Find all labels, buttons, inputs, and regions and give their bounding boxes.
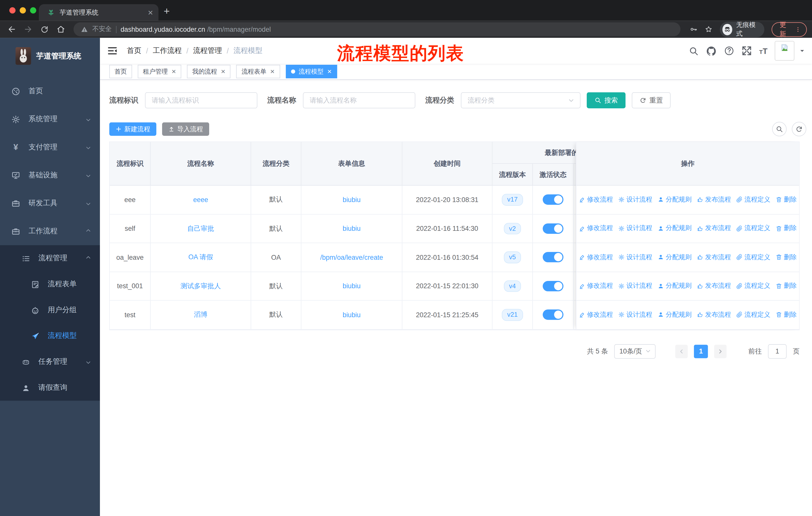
- minimize-window-button[interactable]: [20, 7, 26, 13]
- url-bar[interactable]: 不安全 dashboard.yudao.iocoder.cn/bpm/manag…: [74, 22, 680, 36]
- action-publish-link[interactable]: 发布流程: [697, 282, 731, 291]
- new-tab-button[interactable]: +: [164, 5, 170, 17]
- font-size-icon[interactable]: TT: [759, 46, 767, 55]
- reload-button[interactable]: [38, 22, 51, 36]
- version-badge[interactable]: v17: [502, 194, 523, 205]
- active-status-toggle[interactable]: [543, 223, 563, 234]
- view-tab-item[interactable]: 租户管理✕: [138, 65, 181, 78]
- tab-close-icon[interactable]: ✕: [148, 8, 153, 17]
- action-design-link[interactable]: 设计流程: [618, 310, 652, 319]
- active-status-toggle[interactable]: [543, 194, 563, 205]
- action-definition-link[interactable]: 流程定义: [736, 310, 771, 319]
- breadcrumb-item[interactable]: 首页: [127, 46, 141, 55]
- cell-form-info-link[interactable]: /bpm/oa/leave/create: [320, 253, 383, 261]
- toggle-search-button[interactable]: [772, 122, 787, 136]
- next-page-button[interactable]: [714, 345, 726, 358]
- active-status-toggle[interactable]: [543, 310, 563, 320]
- action-delete-link[interactable]: 删除: [776, 253, 796, 262]
- action-assign-rule-link[interactable]: 分配规则: [658, 195, 692, 204]
- breadcrumb-item[interactable]: 流程管理: [193, 46, 222, 55]
- tab-close-icon[interactable]: ✕: [270, 68, 275, 75]
- action-design-link[interactable]: 设计流程: [618, 224, 652, 233]
- version-badge[interactable]: v2: [504, 223, 521, 234]
- search-button[interactable]: 搜索: [587, 92, 626, 108]
- cell-form-info-link[interactable]: biubiu: [343, 196, 360, 203]
- action-delete-link[interactable]: 删除: [776, 310, 796, 319]
- github-icon[interactable]: [706, 45, 717, 56]
- sidebar-item-yen[interactable]: ¥支付管理: [0, 133, 100, 161]
- sidebar-item-monitor[interactable]: 基础设施: [0, 161, 100, 189]
- active-status-toggle[interactable]: [543, 281, 563, 291]
- version-badge[interactable]: v21: [502, 309, 523, 321]
- browser-menu-icon[interactable]: [795, 26, 801, 33]
- key-icon[interactable]: [690, 25, 697, 34]
- tab-close-icon[interactable]: ✕: [221, 68, 226, 75]
- search-icon[interactable]: [689, 46, 699, 56]
- action-assign-rule-link[interactable]: 分配规则: [658, 253, 692, 262]
- browser-tab[interactable]: 芋道管理系统 ✕: [39, 4, 158, 21]
- action-delete-link[interactable]: 删除: [776, 224, 796, 233]
- active-status-toggle[interactable]: [543, 252, 563, 262]
- action-publish-link[interactable]: 发布流程: [697, 253, 731, 262]
- action-definition-link[interactable]: 流程定义: [736, 224, 771, 233]
- page-size-select[interactable]: 10条/页: [614, 344, 656, 358]
- action-delete-link[interactable]: 删除: [776, 282, 796, 291]
- action-assign-rule-link[interactable]: 分配规则: [658, 224, 692, 233]
- sidebar-item-dashboard[interactable]: 首页: [0, 77, 100, 105]
- action-definition-link[interactable]: 流程定义: [736, 282, 771, 291]
- cell-process-name-link[interactable]: eeee: [193, 196, 208, 203]
- cell-form-info-link[interactable]: biubiu: [343, 282, 360, 290]
- action-edit-link[interactable]: 修改流程: [579, 253, 613, 262]
- hamburger-icon[interactable]: [107, 46, 118, 56]
- cell-form-info-link[interactable]: biubiu: [343, 224, 360, 232]
- view-tab-item[interactable]: 首页: [109, 65, 132, 78]
- home-button[interactable]: [54, 22, 67, 36]
- help-icon[interactable]: [724, 46, 734, 56]
- breadcrumb-item[interactable]: 工作流程: [153, 46, 182, 55]
- sidebar-item-person[interactable]: 请假查询: [0, 375, 100, 401]
- page-number-1[interactable]: 1: [694, 345, 708, 358]
- sidebar-item-group[interactable]: 用户分组: [0, 297, 100, 323]
- filter-name-input[interactable]: [303, 92, 415, 108]
- prev-page-button[interactable]: [675, 345, 688, 358]
- filter-category-select[interactable]: 流程分类: [461, 92, 580, 108]
- view-tab-active[interactable]: 流程模型✕: [286, 65, 337, 78]
- version-badge[interactable]: v5: [504, 251, 521, 263]
- maximize-window-button[interactable]: [30, 7, 36, 13]
- action-edit-link[interactable]: 修改流程: [579, 282, 613, 291]
- action-assign-rule-link[interactable]: 分配规则: [658, 282, 692, 291]
- avatar[interactable]: [775, 41, 794, 61]
- back-button[interactable]: [5, 22, 19, 36]
- sidebar-item-send[interactable]: 流程模型: [0, 323, 100, 349]
- fullscreen-icon[interactable]: [742, 46, 752, 56]
- cell-form-info-link[interactable]: biubiu: [343, 311, 360, 319]
- action-design-link[interactable]: 设计流程: [618, 195, 652, 204]
- bookmark-star-icon[interactable]: [705, 25, 712, 34]
- tab-close-icon[interactable]: ✕: [171, 68, 176, 75]
- cell-process-name-link[interactable]: 滔博: [194, 310, 207, 320]
- view-tab-item[interactable]: 流程表单✕: [236, 65, 280, 78]
- forward-button[interactable]: [22, 22, 35, 36]
- import-process-button[interactable]: 导入流程: [162, 123, 209, 136]
- sidebar-item-gear[interactable]: 系统管理: [0, 105, 100, 133]
- avatar-caret-icon[interactable]: [799, 47, 806, 54]
- action-design-link[interactable]: 设计流程: [618, 282, 652, 291]
- action-publish-link[interactable]: 发布流程: [697, 310, 731, 319]
- sidebar-item-suitcase[interactable]: 工作流程: [0, 217, 100, 245]
- goto-page-input[interactable]: [768, 344, 787, 358]
- cell-process-name-link[interactable]: 测试多审批人: [180, 281, 221, 291]
- close-window-button[interactable]: [9, 7, 16, 13]
- tab-close-icon[interactable]: ✕: [327, 68, 332, 75]
- sidebar-item-tree[interactable]: 流程管理: [0, 245, 100, 271]
- action-edit-link[interactable]: 修改流程: [579, 310, 613, 319]
- action-definition-link[interactable]: 流程定义: [736, 253, 771, 262]
- action-publish-link[interactable]: 发布流程: [697, 195, 731, 204]
- action-design-link[interactable]: 设计流程: [618, 253, 652, 262]
- action-delete-link[interactable]: 删除: [776, 195, 796, 204]
- view-tab-item[interactable]: 我的流程✕: [187, 65, 231, 78]
- refresh-table-button[interactable]: [792, 122, 807, 136]
- update-button[interactable]: 更新: [772, 22, 807, 36]
- sidebar-item-briefcase[interactable]: 研发工具: [0, 189, 100, 217]
- cell-process-name-link[interactable]: OA 请假: [188, 252, 213, 262]
- reset-button[interactable]: 重置: [632, 92, 671, 108]
